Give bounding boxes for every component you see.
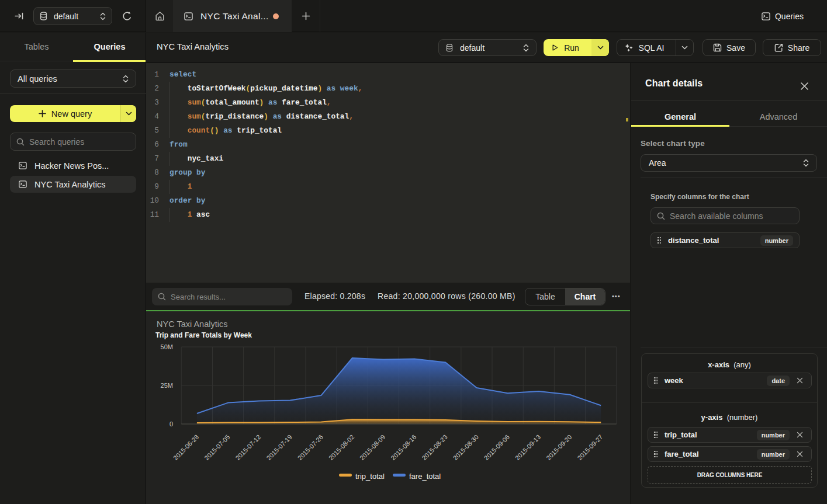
svg-text:2015-08-09: 2015-08-09 xyxy=(358,433,386,461)
svg-text:2015-09-06: 2015-09-06 xyxy=(483,433,511,461)
svg-text:50M: 50M xyxy=(161,343,173,350)
svg-text:0: 0 xyxy=(169,420,173,427)
svg-text:2015-09-27: 2015-09-27 xyxy=(576,433,604,461)
svg-text:2015-08-30: 2015-08-30 xyxy=(452,433,480,461)
svg-text:2015-07-05: 2015-07-05 xyxy=(203,433,231,461)
svg-text:2015-08-23: 2015-08-23 xyxy=(420,433,448,461)
svg-text:2015-08-02: 2015-08-02 xyxy=(327,433,355,461)
svg-text:2015-08-16: 2015-08-16 xyxy=(389,433,417,461)
svg-text:2015-09-20: 2015-09-20 xyxy=(545,433,573,461)
svg-text:2015-07-26: 2015-07-26 xyxy=(296,433,324,461)
svg-text:trip_total: trip_total xyxy=(355,472,385,481)
svg-text:2015-06-28: 2015-06-28 xyxy=(172,433,200,461)
svg-text:2015-09-13: 2015-09-13 xyxy=(514,433,542,461)
svg-text:25M: 25M xyxy=(161,382,173,389)
svg-text:fare_total: fare_total xyxy=(409,472,441,481)
svg-text:2015-07-19: 2015-07-19 xyxy=(265,433,293,461)
svg-text:2015-07-12: 2015-07-12 xyxy=(234,433,262,461)
